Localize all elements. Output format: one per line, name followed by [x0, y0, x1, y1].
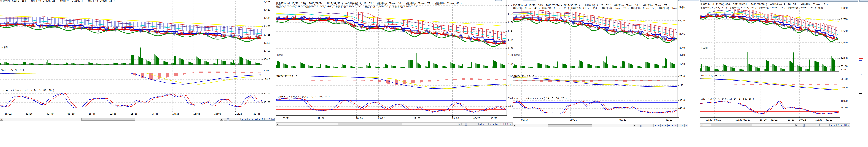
zoom-slider-thumb[interactable]	[640, 124, 642, 127]
scrollbar-right-arrow-icon[interactable]: ▶	[633, 124, 636, 127]
volume-axis-multiplier: × 10	[840, 69, 846, 71]
volume-tick-label: 4,80	[508, 54, 513, 56]
zoom-in-button[interactable]: +	[819, 124, 823, 126]
refresh-button[interactable]: R	[843, 124, 847, 126]
scroll-start-button[interactable]: ◀	[478, 123, 482, 125]
scrollbar-track[interactable]	[703, 124, 795, 126]
target-button[interactable]: ⊕	[684, 124, 688, 127]
chart-scrollbar[interactable]: ◀▶◀+−↔■▶DLR⊕	[513, 124, 688, 127]
scrollbar-left-arrow-icon[interactable]: ◀	[700, 124, 703, 126]
chart-canvas[interactable]	[700, 0, 840, 118]
scrollbar-left-arrow-icon[interactable]: ◀	[276, 123, 279, 125]
time-tick-label: 09/26	[491, 117, 497, 119]
window-scrollbar-fragment[interactable]	[679, 0, 700, 1]
scrollbar-thumb[interactable]	[711, 124, 752, 126]
zoom-slider-thumb[interactable]	[803, 124, 805, 126]
day-mode-button[interactable]: D	[261, 118, 265, 121]
time-tick-label: 09:20	[68, 112, 74, 115]
zoom-out-button[interactable]: −	[660, 124, 664, 127]
play-button[interactable]: ▶	[671, 124, 674, 127]
time-tick-label: 09/21	[570, 119, 577, 121]
stoch-tick-label: 95.0	[679, 99, 685, 102]
day-mode-button[interactable]: D	[674, 124, 678, 127]
scrollbar-right-arrow-icon[interactable]: ▶	[458, 123, 461, 125]
scroll-start-button[interactable]: ◀	[654, 124, 657, 127]
volume-tick-label: 2,450	[264, 50, 270, 52]
macd-tick-label: 4.00	[264, 70, 269, 72]
scrollbar-thumb[interactable]	[81, 118, 135, 121]
fit-width-button[interactable]: ↔	[251, 118, 254, 121]
window-scrollbar-fragment[interactable]	[523, 0, 536, 1]
chart-canvas[interactable]	[276, 0, 507, 117]
target-button[interactable]: ⊕	[509, 123, 513, 125]
window-scrollbar-fragment[interactable]	[700, 0, 859, 2]
scrollbar-track[interactable]	[516, 124, 633, 127]
zoom-slider[interactable]	[224, 118, 241, 121]
target-button[interactable]: ⊕	[847, 124, 850, 126]
window-scrollbar-fragment[interactable]	[859, 0, 868, 2]
scrollbar-thumb[interactable]	[548, 124, 592, 127]
stoch-tick-label: 40.0	[679, 107, 685, 110]
play-button[interactable]: ▶	[258, 118, 261, 121]
stoch-tick-label: 95.00	[264, 93, 270, 95]
zoom-slider[interactable]	[799, 124, 816, 126]
scrollbar-track[interactable]	[279, 123, 458, 125]
stop-button[interactable]: ■	[254, 118, 258, 121]
play-button[interactable]: ▶	[833, 124, 836, 126]
play-button[interactable]: ▶	[495, 123, 499, 125]
scrollbar-left-arrow-icon[interactable]: ◀	[0, 118, 3, 121]
scrollbar-track[interactable]	[3, 118, 220, 121]
scrollbar-right-arrow-icon[interactable]: ▶	[795, 124, 799, 126]
zoom-slider[interactable]	[637, 124, 654, 127]
chart-canvas[interactable]	[513, 0, 679, 118]
window-scrollbar-fragment[interactable]	[495, 0, 502, 1]
refresh-button[interactable]: R	[681, 124, 684, 127]
chart-scrollbar[interactable]: ◀▶◀+−↔■▶DLR⊕	[276, 122, 513, 126]
line-mode-button[interactable]: L	[840, 124, 843, 126]
fit-width-button[interactable]: ↔	[664, 124, 668, 127]
chart-panel-nikkei225mini-30min: 8,858,708,558,404,001,5025.0-15.95.040.0…	[513, 0, 688, 147]
time-tick-label: 09/17	[521, 119, 528, 121]
stop-button[interactable]: ■	[492, 123, 495, 125]
refresh-button[interactable]: R	[268, 118, 271, 121]
scroll-start-button[interactable]: ◀	[816, 124, 819, 126]
day-mode-button[interactable]: D	[836, 124, 840, 126]
zoom-out-button[interactable]: −	[485, 123, 489, 125]
chart-scrollbar[interactable]: ◀▶◀+−↔■▶DLR⊕	[700, 123, 850, 126]
zoom-out-button[interactable]: −	[823, 124, 826, 126]
line-mode-button[interactable]: L	[678, 124, 681, 127]
zoom-in-button[interactable]: +	[244, 118, 247, 121]
day-mode-button[interactable]: D	[499, 123, 502, 125]
line-mode-button[interactable]: L	[265, 118, 268, 121]
chart-panel-nikkei225mini-60min: 8,8508,7008,5508,400140.055.0050.00-30.0…	[700, 0, 850, 147]
scrollbar-thumb[interactable]	[338, 123, 402, 125]
scroll-start-button[interactable]: ◀	[241, 118, 244, 121]
price-tick-label: 8,350	[264, 42, 270, 44]
fit-width-button[interactable]: ↔	[826, 124, 830, 126]
line-mode-button[interactable]: L	[502, 123, 505, 125]
zoom-slider-thumb[interactable]	[227, 118, 229, 121]
macd-tick-label: -18.	[508, 84, 513, 86]
zoom-slider[interactable]	[462, 123, 478, 125]
time-tick-label: 09/21	[771, 119, 777, 121]
refresh-button[interactable]: R	[505, 123, 509, 125]
clipped-chart-fragment	[859, 60, 862, 61]
zoom-in-button[interactable]: +	[482, 123, 485, 125]
chart-panel-nikkei225mini-5min: 8,6758,6108,5458,4808,4158,3502,450950.0…	[0, 0, 275, 147]
clipped-neighbor-panel	[859, 2, 868, 125]
target-button[interactable]: ⊕	[271, 118, 275, 121]
chart-scrollbar[interactable]: ◀▶◀+−↔■▶DLR⊕	[0, 118, 275, 121]
zoom-out-button[interactable]: −	[247, 118, 251, 121]
stop-button[interactable]: ■	[668, 124, 671, 127]
stoch-tick-label: 35.00	[264, 101, 270, 104]
volume-tick-label: 140.0	[841, 57, 847, 60]
stop-button[interactable]: ■	[830, 124, 833, 126]
scrollbar-left-arrow-icon[interactable]: ◀	[513, 124, 516, 127]
fit-width-button[interactable]: ↔	[489, 123, 492, 125]
time-tick-label: 09/17	[743, 119, 750, 121]
scrollbar-right-arrow-icon[interactable]: ▶	[220, 118, 223, 121]
zoom-slider-thumb[interactable]	[465, 123, 467, 126]
time-tick-label: 16:30	[735, 119, 742, 121]
chart-canvas[interactable]	[0, 0, 263, 112]
zoom-in-button[interactable]: +	[657, 124, 660, 127]
